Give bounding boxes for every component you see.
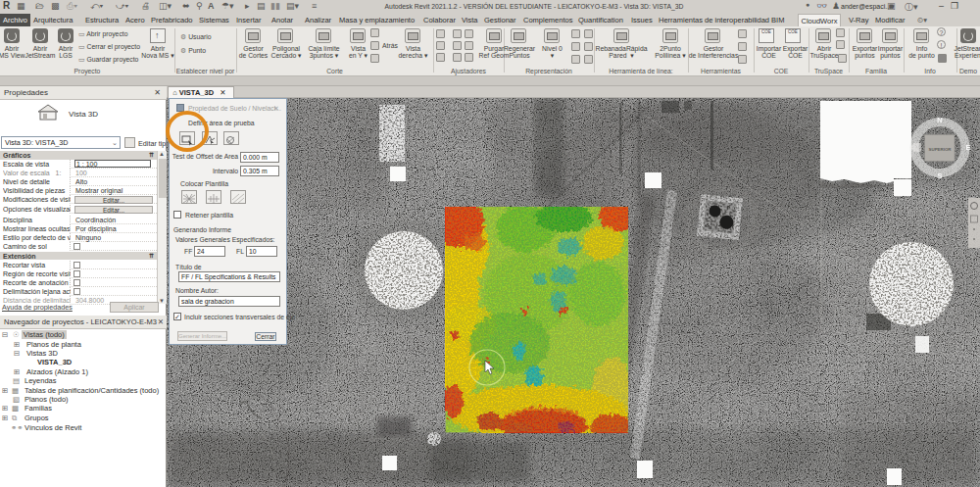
svg-text:E: E — [965, 143, 970, 152]
svg-text:SUPERIOR: SUPERIOR — [929, 147, 953, 152]
svg-text:N: N — [937, 116, 942, 124]
svg-text:S: S — [937, 171, 942, 180]
